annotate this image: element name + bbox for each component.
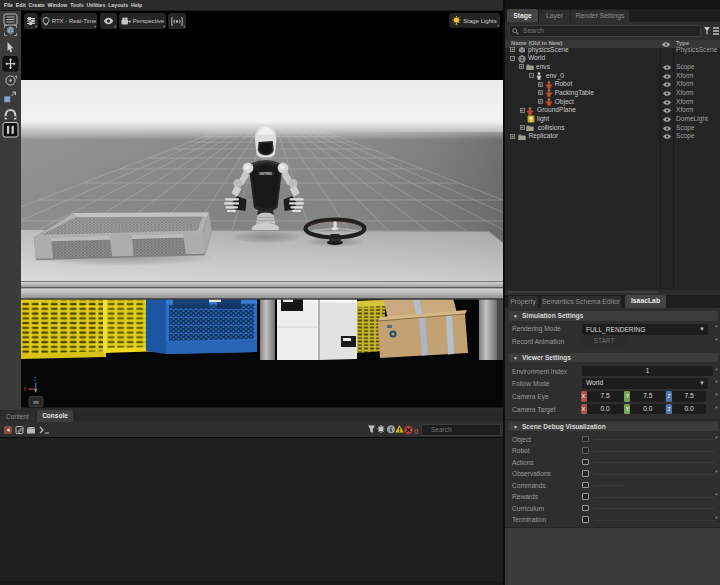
svg-text:Z: Z (34, 377, 37, 382)
svg-text:UNITREE: UNITREE (260, 172, 272, 176)
svg-text:m: m (33, 399, 38, 405)
svg-text:X: X (24, 387, 27, 392)
svg-text:0: 0 (415, 427, 419, 434)
